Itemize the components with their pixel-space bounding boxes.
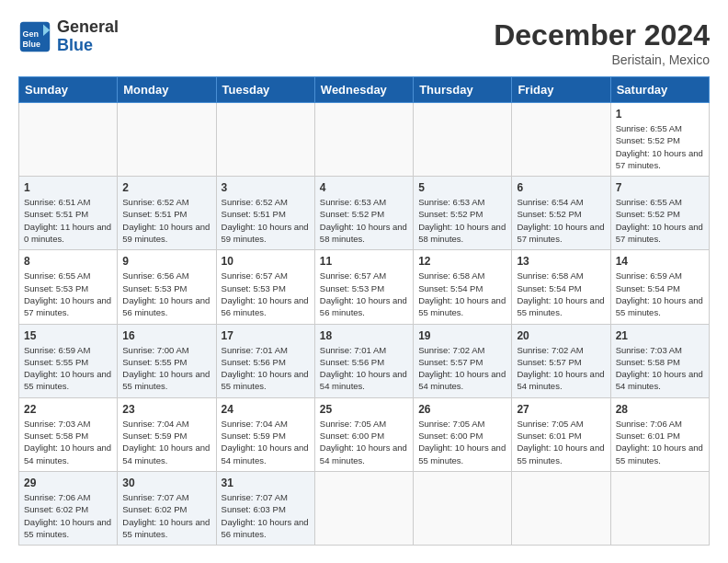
svg-text:Blue: Blue [23,40,41,49]
daylight-text: Daylight: 10 hours and 55 minutes. [24,516,112,541]
sunrise-text: Sunrise: 6:59 AM [616,270,704,282]
daylight-text: Daylight: 10 hours and 58 minutes. [320,221,408,246]
day-number: 24 [222,403,310,416]
calendar-cell: 26Sunrise: 7:05 AMSunset: 6:00 PMDayligh… [414,397,512,471]
sunrise-text: Sunrise: 6:55 AM [24,270,112,282]
sunrise-text: Sunrise: 7:07 AM [222,491,310,503]
calendar-cell: 25Sunrise: 7:05 AMSunset: 6:00 PMDayligh… [314,397,413,471]
day-number: 5 [418,181,506,194]
calendar-header: Sunday Monday Tuesday Wednesday Thursday… [19,77,710,103]
day-info: Sunrise: 6:55 AMSunset: 5:53 PMDaylight:… [24,270,112,318]
sunrise-text: Sunrise: 7:01 AM [320,344,408,356]
daylight-text: Daylight: 10 hours and 54 minutes. [616,368,704,393]
sunrise-text: Sunrise: 7:02 AM [418,344,506,356]
calendar-cell: 12Sunrise: 6:58 AMSunset: 5:54 PMDayligh… [414,250,512,324]
day-number: 2 [122,181,210,194]
day-info: Sunrise: 7:05 AMSunset: 6:00 PMDaylight:… [418,418,506,466]
sunset-text: Sunset: 5:51 PM [122,208,210,220]
sunrise-text: Sunrise: 6:53 AM [320,196,408,208]
calendar-cell: 3Sunrise: 6:52 AMSunset: 5:51 PMDaylight… [216,177,314,250]
daylight-text: Daylight: 10 hours and 59 minutes. [122,221,210,246]
daylight-text: Daylight: 10 hours and 55 minutes. [418,294,506,319]
sunset-text: Sunset: 6:00 PM [320,430,408,442]
sunrise-text: Sunrise: 6:57 AM [222,270,310,282]
daylight-text: Daylight: 10 hours and 59 minutes. [222,221,310,246]
sunrise-text: Sunrise: 7:02 AM [517,344,605,356]
sunset-text: Sunset: 5:54 PM [418,282,506,294]
day-info: Sunrise: 6:52 AMSunset: 5:51 PMDaylight:… [122,196,210,245]
day-info: Sunrise: 6:55 AMSunset: 5:52 PMDaylight:… [616,196,704,245]
calendar-week-6: 29Sunrise: 7:06 AMSunset: 6:02 PMDayligh… [19,471,710,545]
calendar-cell: 23Sunrise: 7:04 AMSunset: 5:59 PMDayligh… [118,397,216,471]
sunrise-text: Sunrise: 7:05 AM [517,418,605,430]
sunset-text: Sunset: 5:55 PM [24,356,112,368]
day-number: 1 [24,181,112,194]
day-number: 20 [517,329,605,342]
day-info: Sunrise: 6:56 AMSunset: 5:53 PMDaylight:… [122,270,210,318]
daylight-text: Daylight: 10 hours and 55 minutes. [122,516,210,541]
sunset-text: Sunset: 5:55 PM [122,356,210,368]
page-header: Gen Blue General Blue December 2024 Beri… [18,18,710,67]
calendar-week-5: 22Sunrise: 7:03 AMSunset: 5:58 PMDayligh… [19,397,710,471]
sunset-text: Sunset: 5:54 PM [616,282,704,294]
daylight-text: Daylight: 11 hours and 0 minutes. [24,221,112,246]
sunset-text: Sunset: 5:59 PM [122,430,210,442]
daylight-text: Daylight: 10 hours and 57 minutes. [616,221,704,246]
calendar-cell [314,471,413,545]
day-number: 26 [418,403,506,416]
sunrise-text: Sunrise: 6:55 AM [616,122,704,134]
day-info: Sunrise: 6:59 AMSunset: 5:55 PMDaylight:… [24,344,112,393]
daylight-text: Daylight: 10 hours and 54 minutes. [122,442,210,466]
col-monday: Monday [118,77,216,103]
sunset-text: Sunset: 6:02 PM [24,503,112,515]
day-number: 15 [24,329,112,342]
sunrise-text: Sunrise: 6:52 AM [222,196,310,208]
calendar-cell: 30Sunrise: 7:07 AMSunset: 6:02 PMDayligh… [118,471,216,545]
day-info: Sunrise: 7:05 AMSunset: 6:01 PMDaylight:… [517,418,605,466]
calendar-cell [118,103,216,177]
daylight-text: Daylight: 10 hours and 56 minutes. [222,294,310,319]
day-info: Sunrise: 7:02 AMSunset: 5:57 PMDaylight:… [418,344,506,393]
sunrise-text: Sunrise: 6:51 AM [24,196,112,208]
sunset-text: Sunset: 5:52 PM [517,208,605,220]
day-number: 11 [320,255,408,268]
calendar-cell: 28Sunrise: 7:06 AMSunset: 6:01 PMDayligh… [610,397,709,471]
day-number: 13 [517,255,605,268]
day-number: 31 [222,477,310,489]
day-info: Sunrise: 7:06 AMSunset: 6:01 PMDaylight:… [616,418,704,466]
calendar-cell: 17Sunrise: 7:01 AMSunset: 5:56 PMDayligh… [216,324,314,397]
sunrise-text: Sunrise: 7:07 AM [122,491,210,503]
col-sunday: Sunday [19,77,118,103]
day-info: Sunrise: 6:51 AMSunset: 5:51 PMDaylight:… [24,196,112,245]
calendar-cell: 10Sunrise: 6:57 AMSunset: 5:53 PMDayligh… [216,250,314,324]
daylight-text: Daylight: 10 hours and 57 minutes. [616,147,704,172]
calendar-cell [512,103,610,177]
daylight-text: Daylight: 10 hours and 55 minutes. [418,442,506,466]
sunrise-text: Sunrise: 7:06 AM [24,491,112,503]
calendar-cell [414,103,512,177]
day-number: 30 [122,477,210,489]
col-saturday: Saturday [610,77,709,103]
day-info: Sunrise: 7:03 AMSunset: 5:58 PMDaylight:… [24,418,112,466]
calendar-cell [216,103,314,177]
sunset-text: Sunset: 6:00 PM [418,430,506,442]
day-info: Sunrise: 7:05 AMSunset: 6:00 PMDaylight:… [320,418,408,466]
day-info: Sunrise: 7:00 AMSunset: 5:55 PMDaylight:… [122,344,210,393]
sunset-text: Sunset: 5:57 PM [517,356,605,368]
sunset-text: Sunset: 5:58 PM [616,356,704,368]
logo: Gen Blue General Blue [18,18,119,55]
logo-icon: Gen Blue [18,20,51,53]
sunset-text: Sunset: 6:01 PM [517,430,605,442]
day-number: 10 [222,255,310,268]
sunrise-text: Sunrise: 7:01 AM [222,344,310,356]
daylight-text: Daylight: 10 hours and 55 minutes. [24,368,112,393]
col-friday: Friday [512,77,610,103]
day-number: 16 [122,329,210,342]
day-info: Sunrise: 6:53 AMSunset: 5:52 PMDaylight:… [418,196,506,245]
sunrise-text: Sunrise: 6:54 AM [517,196,605,208]
location-subtitle: Beristain, Mexico [494,52,710,67]
logo-blue: Blue [57,36,93,54]
day-info: Sunrise: 7:02 AMSunset: 5:57 PMDaylight:… [517,344,605,393]
day-number: 9 [122,255,210,268]
day-info: Sunrise: 6:53 AMSunset: 5:52 PMDaylight:… [320,196,408,245]
